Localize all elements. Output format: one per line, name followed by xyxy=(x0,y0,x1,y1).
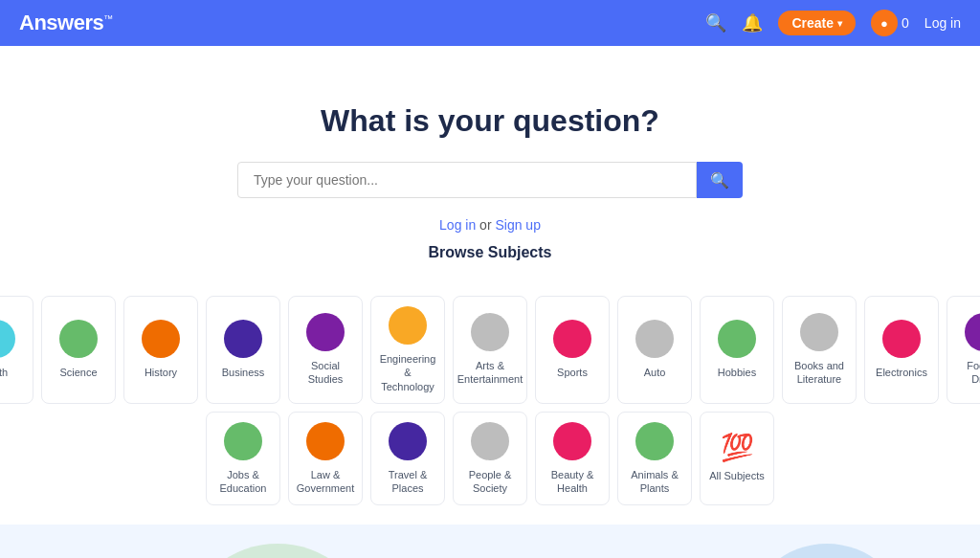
people-circle xyxy=(471,422,509,460)
subject-card-hobbies[interactable]: Hobbies xyxy=(700,296,774,404)
decor-blob-blue xyxy=(750,544,903,558)
subject-card-food[interactable]: Food & Drink xyxy=(947,296,980,404)
subject-card-travel[interactable]: Travel & Places xyxy=(370,412,445,506)
subject-card-auto[interactable]: Auto xyxy=(617,296,692,404)
subjects-row-1: MathScienceHistoryBusinessSocial Studies… xyxy=(0,296,980,404)
all-label: All Subjects xyxy=(709,469,764,482)
jobs-label: Jobs & Education xyxy=(212,468,274,496)
login-link[interactable]: Log in xyxy=(924,15,961,31)
social-studies-circle xyxy=(306,313,345,351)
subject-card-beauty[interactable]: Beauty & Health xyxy=(535,412,610,506)
history-label: History xyxy=(145,366,177,379)
create-button[interactable]: Create ▾ xyxy=(778,11,856,35)
search-button[interactable]: 🔍 xyxy=(697,162,743,198)
social-studies-label: Social Studies xyxy=(295,359,356,387)
food-circle xyxy=(965,313,980,351)
subject-card-people[interactable]: People & Society xyxy=(453,412,527,506)
law-label: Law & Government xyxy=(295,468,356,496)
law-circle xyxy=(306,422,345,460)
jobs-circle xyxy=(224,422,262,460)
business-label: Business xyxy=(222,366,265,379)
search-bar: 🔍 xyxy=(19,162,961,198)
hobbies-circle xyxy=(718,320,756,358)
subject-card-all[interactable]: 💯All Subjects xyxy=(700,412,774,506)
navbar: Answers™ 🔍 🔔 Create ▾ ● 0 Log in xyxy=(0,0,980,46)
subject-card-science[interactable]: Science xyxy=(41,296,116,404)
chevron-down-icon: ▾ xyxy=(837,18,842,29)
all-icon: 💯 xyxy=(721,435,754,461)
people-label: People & Society xyxy=(459,468,521,496)
search-icon[interactable]: 🔍 xyxy=(705,12,726,33)
auto-label: Auto xyxy=(644,366,666,379)
subjects-row-2: Jobs & EducationLaw & GovernmentTravel &… xyxy=(206,412,774,506)
sports-label: Sports xyxy=(557,366,588,379)
subject-card-sports[interactable]: Sports xyxy=(535,296,610,404)
nav-logo: Answers™ xyxy=(19,11,113,35)
subject-card-electronics[interactable]: Electronics xyxy=(864,296,939,404)
travel-label: Travel & Places xyxy=(377,468,438,496)
subjects-container: MathScienceHistoryBusinessSocial Studies… xyxy=(0,296,980,525)
beauty-label: Beauty & Health xyxy=(542,468,603,496)
math-circle xyxy=(0,320,15,358)
subject-card-arts[interactable]: Arts & Entertainment xyxy=(453,296,527,404)
electronics-label: Electronics xyxy=(876,366,927,379)
subject-card-books[interactable]: Books and Literature xyxy=(782,296,857,404)
browse-subjects-title: Browse Subjects xyxy=(19,244,961,261)
nav-actions: 🔍 🔔 Create ▾ ● 0 Log in xyxy=(705,10,961,36)
science-label: Science xyxy=(59,366,97,379)
bell-icon[interactable]: 🔔 xyxy=(742,12,763,33)
travel-circle xyxy=(389,422,427,460)
arts-circle xyxy=(471,313,509,351)
animals-label: Animals & Plants xyxy=(624,468,685,496)
science-circle xyxy=(59,320,98,358)
beauty-circle xyxy=(553,422,591,460)
subject-card-math[interactable]: Math xyxy=(0,296,33,404)
login-link-hero[interactable]: Log in xyxy=(439,217,476,233)
auth-links: Log in or Sign up xyxy=(19,217,961,233)
hobbies-label: Hobbies xyxy=(718,366,756,379)
history-circle xyxy=(142,320,180,358)
books-label: Books and Literature xyxy=(789,359,850,387)
subject-card-animals[interactable]: Animals & Plants xyxy=(617,412,692,506)
arts-label: Arts & Entertainment xyxy=(457,359,523,387)
subject-card-jobs[interactable]: Jobs & Education xyxy=(206,412,280,506)
subject-card-engineering[interactable]: Engineering & Technology xyxy=(370,296,445,404)
signup-link-hero[interactable]: Sign up xyxy=(495,217,540,233)
subject-card-law[interactable]: Law & Government xyxy=(288,412,363,506)
auto-circle xyxy=(635,320,674,358)
electronics-circle xyxy=(882,320,921,358)
engineering-label: Engineering & Technology xyxy=(377,352,438,393)
subject-card-social-studies[interactable]: Social Studies xyxy=(288,296,363,404)
math-label: Math xyxy=(0,366,8,379)
engineering-circle xyxy=(389,306,427,345)
points-badge: ● xyxy=(871,10,898,36)
subject-card-history[interactable]: History xyxy=(123,296,198,404)
animals-circle xyxy=(635,422,674,460)
food-label: Food & Drink xyxy=(953,359,980,387)
books-circle xyxy=(800,313,838,351)
decor-blob-green xyxy=(191,544,364,558)
hero-section: What is your question? 🔍 Log in or Sign … xyxy=(0,46,980,296)
subject-card-business[interactable]: Business xyxy=(206,296,280,404)
decorative-footer xyxy=(0,525,980,558)
page-title: What is your question? xyxy=(19,103,961,139)
search-input[interactable] xyxy=(237,162,697,198)
sports-circle xyxy=(553,320,591,358)
business-circle xyxy=(224,320,262,358)
